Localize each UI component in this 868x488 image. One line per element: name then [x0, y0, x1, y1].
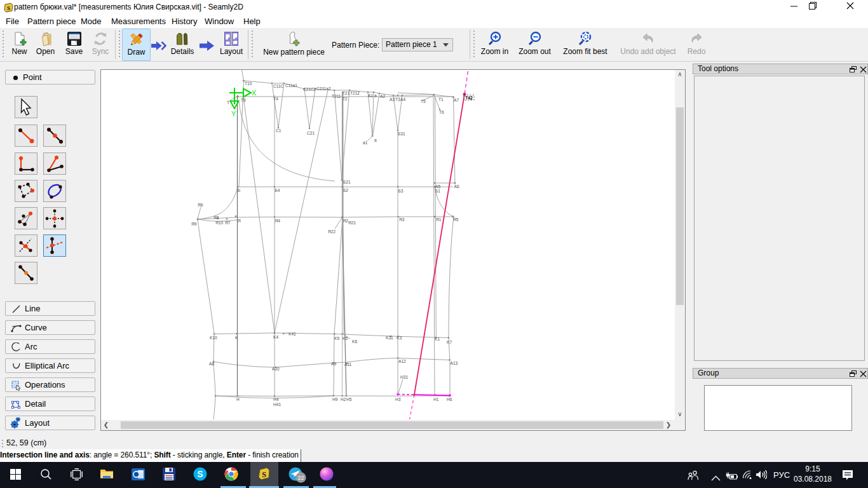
svg-text:Б: Б — [238, 188, 240, 193]
svg-text:Я2: Я2 — [343, 219, 349, 223]
svg-text:T9: T9 — [241, 98, 246, 102]
svg-text:H4: H4 — [273, 397, 279, 402]
svg-text:Б3: Б3 — [398, 189, 403, 193]
svg-text:Я10: Я10 — [215, 220, 223, 225]
svg-text:Б31: Б31 — [398, 132, 405, 136]
svg-text:C21: C21 — [307, 131, 315, 135]
svg-text:A8: A8 — [209, 362, 214, 366]
svg-text:T4: T4 — [273, 97, 278, 101]
svg-text:Б4: Б4 — [275, 188, 280, 193]
svg-text:H41: H41 — [273, 402, 281, 407]
svg-text:K4: K4 — [273, 335, 278, 339]
svg-text:K9: K9 — [334, 336, 339, 341]
svg-text:Y: Y — [231, 110, 236, 118]
svg-text:H2: H2 — [341, 397, 346, 402]
svg-text:A1: A1 — [368, 93, 373, 98]
svg-text:a: a — [374, 93, 377, 98]
svg-text:Я6: Я6 — [198, 203, 203, 207]
svg-text:C1: C1 — [276, 128, 281, 133]
svg-text:A9: A9 — [331, 362, 336, 366]
svg-text:22: 22 — [297, 475, 304, 481]
svg-text:Я: Я — [238, 219, 241, 223]
svg-text:A3: A3 — [390, 97, 395, 102]
svg-text:H3: H3 — [395, 397, 401, 402]
svg-text:a: a — [374, 138, 377, 142]
svg-text:K: K — [235, 336, 238, 340]
svg-text:H6: H6 — [447, 397, 452, 402]
svg-text:T: T — [227, 100, 230, 105]
svg-text:Я7: Я7 — [225, 220, 231, 225]
svg-text:K5: K5 — [342, 336, 348, 341]
svg-text:a1: a1 — [363, 140, 368, 145]
svg-text:K3: K3 — [397, 336, 402, 340]
svg-text:T6: T6 — [439, 110, 444, 114]
svg-text:Б21: Б21 — [343, 180, 351, 184]
svg-text:A5: A5 — [435, 184, 440, 189]
svg-text:K10: K10 — [210, 336, 217, 340]
svg-text:T212: T212 — [350, 91, 360, 95]
svg-text:X: X — [252, 89, 257, 97]
svg-text:C21C2: C21C2 — [303, 87, 316, 92]
svg-text:C211a2: C211a2 — [316, 86, 331, 91]
svg-text:Я9: Я9 — [191, 222, 197, 226]
svg-text:T42: T42 — [466, 96, 473, 100]
svg-text:Я1: Я1 — [436, 217, 442, 222]
svg-text:T2: T2 — [342, 97, 348, 101]
svg-text:Б2: Б2 — [343, 188, 348, 193]
svg-text:Я21: Я21 — [348, 220, 356, 225]
svg-text:T1: T1 — [438, 97, 444, 102]
svg-text:H5: H5 — [346, 397, 352, 402]
svg-text:Б1: Б1 — [435, 189, 440, 193]
svg-text:T211: T211 — [332, 94, 341, 98]
svg-text:C11a1: C11a1 — [285, 83, 297, 88]
svg-text:Я4: Я4 — [275, 219, 281, 223]
svg-text:Я5: Я5 — [453, 217, 459, 222]
svg-text:K41: K41 — [288, 332, 296, 336]
svg-text:A4: A4 — [400, 97, 405, 102]
svg-text:A13: A13 — [451, 361, 458, 365]
svg-text:K1: K1 — [435, 337, 440, 341]
svg-text:T10: T10 — [245, 81, 252, 86]
svg-text:H31: H31 — [400, 375, 408, 379]
svg-text:H9: H9 — [332, 397, 338, 402]
svg-text:Я22: Я22 — [328, 229, 336, 234]
svg-text:A10: A10 — [272, 367, 280, 371]
svg-text:A6: A6 — [454, 184, 459, 189]
svg-text:A7: A7 — [454, 98, 459, 102]
svg-text:H1: H1 — [433, 397, 439, 402]
svg-text:S: S — [262, 470, 266, 479]
svg-text:K7: K7 — [447, 340, 452, 344]
svg-text:T3: T3 — [395, 97, 400, 102]
svg-text:S: S — [7, 5, 10, 11]
svg-text:K31: K31 — [386, 336, 393, 340]
svg-text:A11: A11 — [344, 362, 352, 367]
svg-text:Я8: Я8 — [214, 215, 219, 220]
svg-text:C11C: C11C — [273, 84, 284, 88]
svg-text:Я3: Я3 — [399, 217, 405, 222]
svg-text:S: S — [197, 469, 203, 479]
svg-text:K6: K6 — [352, 339, 357, 344]
svg-text:T21: T21 — [342, 91, 350, 95]
svg-text:A2: A2 — [380, 94, 385, 98]
svg-text:A12: A12 — [398, 359, 406, 363]
svg-text:H: H — [236, 397, 240, 402]
svg-text:T5: T5 — [421, 99, 426, 104]
